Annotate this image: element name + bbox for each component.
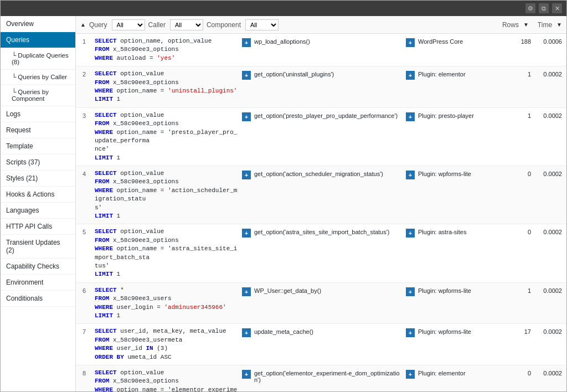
expand-cell: + (242, 285, 252, 296)
row-query: SELECT option_name, option_valueFROM x_5… (92, 36, 242, 64)
time-sort-icon: ▼ (556, 22, 562, 28)
row-query: SELECT *FROM x_58c90ee3_usersWHERE user_… (92, 285, 242, 322)
expand-button-2[interactable]: + (406, 171, 415, 179)
row-caller: WP_User::get_data_by() (252, 285, 406, 296)
sidebar-item-11[interactable]: Languages (1, 203, 75, 219)
component-filter-select[interactable]: All (245, 19, 279, 30)
expand-button[interactable]: + (242, 229, 251, 238)
title-bar-controls: ⚙ ⧉ ✕ (525, 3, 562, 13)
title-bar: ⚙ ⧉ ✕ (1, 1, 566, 16)
sidebar-item-6[interactable]: Request (1, 122, 75, 138)
row-time: 0.0002 (533, 226, 566, 235)
expand-button-2[interactable]: + (406, 287, 415, 296)
expand-cell: + (242, 168, 252, 179)
row-time: 0.0002 (533, 368, 566, 376)
sidebar-item-3[interactable]: └ Queries by Caller (1, 70, 75, 85)
table-row: 3 SELECT option_valueFROM x_58c90ee3_opt… (76, 108, 566, 166)
sidebar-item-0[interactable]: Overview (1, 16, 75, 32)
app-container: ⚙ ⧉ ✕ OverviewQueries└ Duplicate Queries… (0, 0, 567, 392)
row-rows: 1 (500, 285, 533, 294)
rows-sort-icon: ▼ (523, 22, 529, 28)
caller-col-label: Caller (148, 21, 166, 29)
table-row: 8 SELECT option_valueFROM x_58c90ee3_opt… (76, 365, 566, 391)
row-caller: get_option('presto_player_pro_update_per… (252, 110, 406, 121)
row-query: SELECT option_valueFROM x_58c90ee3_optio… (92, 226, 242, 280)
row-time: 0.0002 (533, 326, 566, 335)
expand-cell-2: + (406, 368, 416, 379)
sidebar-item-12[interactable]: HTTP API Calls (1, 219, 75, 235)
expand-button-2[interactable]: + (406, 71, 415, 80)
sidebar-item-7[interactable]: Template (1, 138, 75, 154)
row-component: WordPress Core (416, 36, 500, 47)
sidebar-item-13[interactable]: Transient Updates (2) (1, 235, 75, 259)
expand-button[interactable]: + (242, 171, 251, 179)
row-rows: 1 (500, 69, 533, 78)
row-rows: 0 (500, 368, 533, 376)
expand-button[interactable]: + (242, 71, 251, 80)
expand-button[interactable]: + (242, 328, 251, 337)
row-query: SELECT option_valueFROM x_58c90ee3_optio… (92, 168, 242, 221)
row-caller: get_option('uninstall_plugins') (252, 69, 406, 80)
sidebar-item-2[interactable]: └ Duplicate Queries (8) (1, 48, 75, 70)
sidebar-item-14[interactable]: Capability Checks (1, 259, 75, 275)
row-query: SELECT option_valueFROM x_58c90ee3_optio… (92, 110, 242, 163)
table-row: 7 SELECT user_id, meta_key, meta_valueFR… (76, 324, 566, 365)
row-component: Plugin: wpforms-lite (416, 285, 500, 296)
table-row: 6 SELECT *FROM x_58c90ee3_usersWHERE use… (76, 283, 566, 324)
expand-button[interactable]: + (242, 38, 251, 47)
resize-button[interactable]: ⧉ (539, 3, 549, 13)
row-query: SELECT option_valueFROM x_58c90ee3_optio… (92, 69, 242, 105)
row-rows: 0 (500, 226, 533, 235)
expand-button-2[interactable]: + (406, 112, 415, 121)
time-col-label: Time (538, 21, 552, 29)
close-button[interactable]: ✕ (552, 3, 562, 13)
row-component: Plugin: elementor (416, 69, 500, 80)
expand-cell: + (242, 226, 252, 238)
content-area: ▲ Query All Caller All Component All Row… (76, 16, 566, 391)
sidebar-item-1[interactable]: Queries (1, 32, 75, 48)
row-time: 0.0002 (533, 168, 566, 177)
sidebar-item-4[interactable]: └ Queries by Component (1, 85, 75, 106)
expand-cell-2: + (406, 226, 416, 238)
sidebar-item-15[interactable]: Environment (1, 275, 75, 291)
row-query: SELECT option_valueFROM x_58c90ee3_optio… (92, 368, 242, 391)
expand-button-2[interactable]: + (406, 328, 415, 337)
row-component: Plugin: astra-sites (416, 226, 500, 238)
row-num: 5 (76, 226, 92, 235)
caller-filter-select[interactable]: All (170, 19, 203, 30)
expand-button[interactable]: + (242, 287, 251, 296)
expand-button-2[interactable]: + (406, 229, 415, 238)
sidebar: OverviewQueries└ Duplicate Queries (8)└ … (1, 16, 76, 391)
main-layout: OverviewQueries└ Duplicate Queries (8)└ … (1, 16, 566, 391)
table-row: 1 SELECT option_name, option_valueFROM x… (76, 34, 566, 66)
row-caller: update_meta_cache() (252, 326, 406, 337)
query-filter-select[interactable]: All (112, 19, 145, 30)
expand-cell-2: + (406, 285, 416, 296)
settings-button[interactable]: ⚙ (525, 3, 535, 13)
row-rows: 188 (500, 36, 533, 45)
row-time: 0.0002 (533, 69, 566, 78)
expand-button[interactable]: + (242, 112, 251, 121)
row-num: 6 (76, 285, 92, 294)
sidebar-item-5[interactable]: Logs (1, 106, 75, 122)
row-time: 0.0006 (533, 36, 566, 45)
row-num: 4 (76, 168, 92, 177)
expand-cell: + (242, 36, 252, 47)
rows-col-label: Rows (502, 21, 519, 29)
sidebar-item-10[interactable]: Hooks & Actions (1, 187, 75, 203)
sidebar-item-9[interactable]: Styles (21) (1, 171, 75, 187)
sidebar-item-16[interactable]: Conditionals (1, 291, 75, 307)
row-component: Plugin: elementor (416, 368, 500, 379)
expand-cell-2: + (406, 36, 416, 47)
sidebar-item-8[interactable]: Scripts (37) (1, 154, 75, 171)
row-rows: 0 (500, 168, 533, 177)
expand-button[interactable]: + (242, 370, 251, 379)
row-query: SELECT user_id, meta_key, meta_valueFROM… (92, 326, 242, 363)
row-caller: wp_load_alloptions() (252, 36, 406, 47)
row-caller: get_option('action_scheduler_migration_s… (252, 168, 406, 179)
row-rows: 1 (500, 110, 533, 119)
row-time: 0.0002 (533, 110, 566, 119)
expand-button-2[interactable]: + (406, 38, 415, 47)
expand-button-2[interactable]: + (406, 370, 415, 379)
row-num: 3 (76, 110, 92, 119)
